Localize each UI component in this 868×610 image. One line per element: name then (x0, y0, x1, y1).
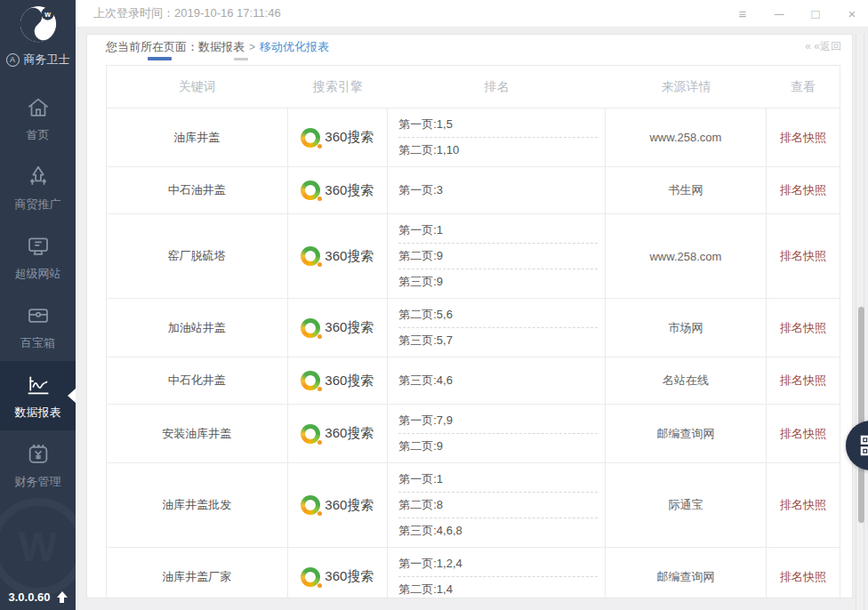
sidebar-item-toolbox[interactable]: 百宝箱 (0, 292, 76, 361)
360-search-icon (301, 246, 320, 266)
rank-line: 第三页:4,6 (398, 368, 597, 393)
sidebar-nav: 首页 商贸推广 超级网站 (0, 84, 76, 500)
keyword-cell: 油库井盖 (107, 108, 288, 166)
keyword-cell: 中石油井盖 (107, 167, 288, 213)
snapshot-link[interactable]: 排名快照 (780, 569, 826, 585)
sidebar-item-label: 百宝箱 (20, 335, 55, 351)
snapshot-link[interactable]: 排名快照 (780, 182, 826, 198)
rank-cell: 第一页:1第二页:9第三页:9 (388, 214, 605, 298)
brand: A 商务卫士 (0, 52, 76, 68)
source-cell: www.258.com (606, 108, 768, 166)
monitor-icon (25, 233, 52, 260)
minimize-icon[interactable]: ─ (772, 6, 786, 21)
header-view: 查看 (767, 79, 840, 95)
back-link[interactable]: « «返回 (805, 39, 841, 54)
breadcrumb-separator: > (249, 41, 255, 53)
rank-cell: 第二页:5,6第三页:5,7 (388, 299, 605, 357)
scrollbar-thumb[interactable] (858, 307, 864, 523)
sidebar-item-website[interactable]: 超级网站 (0, 222, 76, 292)
engine-label: 360搜索 (325, 373, 374, 389)
view-cell: 排名快照 (767, 548, 840, 598)
view-cell: 排名快照 (767, 299, 840, 357)
rank-cell: 第一页:3 (388, 167, 605, 213)
keyword-cell: 油库井盖厂家 (107, 548, 288, 598)
keyword-cell: 安装油库井盖 (107, 405, 288, 462)
rank-line: 第一页:1 (398, 218, 597, 244)
breadcrumb-section: 数据报表 (198, 39, 245, 55)
report-card: 您当前所在页面： 数据报表 > 移动优化报表 « «返回 关键词 搜索引擎 排名… (86, 34, 853, 598)
tab-indicator-gray (234, 58, 248, 60)
rank-cell: 第一页:1,5第二页:1,10 (388, 108, 605, 166)
source-cell: 邮编查询网 (606, 548, 768, 598)
version-number: 3.0.0.60 (9, 590, 51, 604)
active-notch (68, 389, 76, 403)
360-search-icon (301, 495, 320, 515)
qr-code-icon (857, 432, 868, 459)
engine-label: 360搜索 (325, 425, 374, 442)
engine-cell: 360搜索 (288, 548, 389, 598)
table-row: 安装油库井盖 360搜索 第一页:7,9第二页:9 邮编查询网 排名快照 (107, 405, 840, 463)
360-search-icon (301, 318, 320, 338)
close-icon[interactable]: × (845, 6, 859, 21)
sidebar-item-finance[interactable]: 财务管理 (0, 430, 76, 500)
view-cell: 排名快照 (767, 357, 840, 404)
source-cell: www.258.com (606, 214, 768, 298)
source-cell: 市场网 (606, 299, 768, 357)
rank-line: 第二页:9 (398, 244, 597, 269)
snapshot-link[interactable]: 排名快照 (780, 373, 826, 389)
snapshot-link[interactable]: 排名快照 (780, 497, 826, 513)
rank-line: 第三页:9 (398, 269, 597, 294)
engine-cell: 360搜索 (288, 299, 389, 357)
title-bar: 上次登录时间：2019-10-16 17:11:46 ≡ ─ □ × (76, 0, 868, 28)
source-cell: 邮编查询网 (606, 405, 768, 462)
home-icon (25, 94, 52, 121)
sidebar: w A 商务卫士 首页 商贸推广 (0, 0, 76, 610)
engine-label: 360搜索 (325, 129, 374, 146)
snapshot-link[interactable]: 排名快照 (780, 426, 826, 442)
360-search-icon (301, 567, 320, 587)
header-source: 来源详情 (606, 79, 768, 95)
snapshot-link[interactable]: 排名快照 (780, 248, 826, 264)
promotion-icon (25, 164, 52, 190)
engine-cell: 360搜索 (288, 167, 389, 213)
360-search-icon (301, 181, 320, 200)
update-arrow-icon[interactable] (57, 591, 68, 604)
menu-icon[interactable]: ≡ (735, 6, 750, 21)
engine-label: 360搜索 (325, 182, 374, 199)
sidebar-item-reports[interactable]: 数据报表 (0, 361, 76, 430)
snapshot-link[interactable]: 排名快照 (780, 130, 826, 146)
rank-line: 第一页:7,9 (398, 408, 597, 434)
source-cell: 书生网 (606, 167, 768, 213)
breadcrumb-current-link[interactable]: 移动优化报表 (260, 39, 329, 55)
table-row: 油库井盖厂家 360搜索 第一页:1,2,4第二页:1,4 邮编查询网 排名快照 (107, 548, 840, 598)
table-row: 中石油井盖 360搜索 第一页:3 书生网 排名快照 (107, 167, 840, 214)
rank-line: 第一页:3 (398, 178, 597, 203)
version-row: 3.0.0.60 (0, 590, 76, 604)
sidebar-item-label: 数据报表 (15, 405, 61, 421)
table-row: 窑厂脱硫塔 360搜索 第一页:1第二页:9第三页:9 www.258.com … (107, 214, 840, 299)
header-keyword: 关键词 (107, 79, 288, 95)
rank-cell: 第三页:4,6 (388, 357, 605, 404)
brand-name: 商务卫士 (24, 52, 70, 68)
table-row: 油库井盖批发 360搜索 第一页:1第二页:8第三页:4,6,8 际通宝 排名快… (107, 463, 840, 548)
sidebar-item-promotion[interactable]: 商贸推广 (0, 153, 76, 222)
keyword-cell: 中石化井盖 (107, 357, 288, 404)
keyword-cell: 窑厂脱硫塔 (107, 214, 288, 298)
window-controls: ≡ ─ □ × (735, 0, 859, 27)
maximize-icon[interactable]: □ (808, 6, 823, 21)
rank-line: 第二页:8 (398, 493, 597, 518)
rank-cell: 第一页:1,2,4第二页:1,4 (388, 548, 605, 598)
table-header-row: 关键词 搜索引擎 排名 来源详情 查看 (107, 66, 840, 108)
ranking-table: 关键词 搜索引擎 排名 来源详情 查看 油库井盖 360搜索 第一页:1,5第二… (106, 65, 840, 598)
tab-indicator-blue (148, 57, 172, 60)
snapshot-link[interactable]: 排名快照 (780, 320, 826, 336)
keyword-cell: 油库井盖批发 (107, 463, 288, 547)
sidebar-item-label: 首页 (27, 127, 50, 143)
scrollbar-track[interactable] (856, 34, 864, 610)
view-cell: 排名快照 (767, 463, 840, 547)
content-area: 您当前所在页面： 数据报表 > 移动优化报表 « «返回 关键词 搜索引擎 排名… (76, 28, 868, 610)
rank-line: 第二页:1,4 (398, 577, 597, 598)
app-logo-icon: w (0, 4, 76, 44)
sidebar-item-home[interactable]: 首页 (0, 84, 76, 153)
breadcrumb-label: 您当前所在页面： (106, 39, 198, 55)
